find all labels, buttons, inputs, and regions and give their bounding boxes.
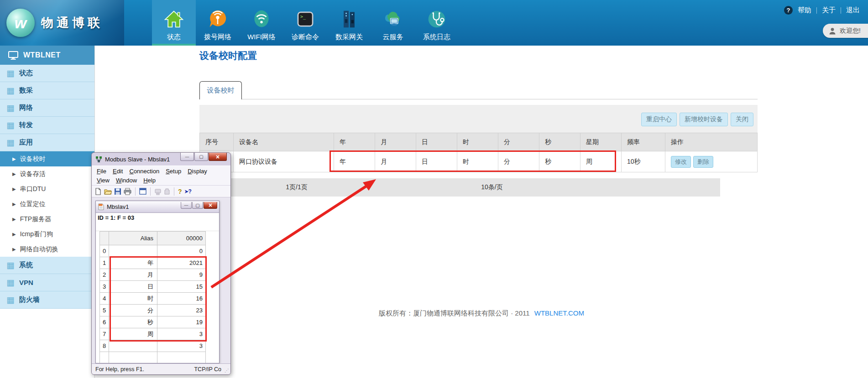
chevron-right-icon bbox=[12, 247, 16, 252]
menu-setup[interactable]: Setup bbox=[162, 167, 184, 175]
sidebar-item-status[interactable]: 状态 bbox=[0, 65, 94, 82]
sidebar-item-firewall[interactable]: 防火墙 bbox=[0, 291, 94, 309]
about-link[interactable]: 关于 bbox=[822, 6, 836, 15]
save-icon[interactable] bbox=[114, 188, 121, 195]
value-cell[interactable]: 0 bbox=[157, 245, 206, 257]
menu-connection[interactable]: Connection bbox=[126, 167, 162, 175]
menu-help[interactable]: Help bbox=[140, 176, 159, 184]
value-cell[interactable]: 15 bbox=[157, 281, 206, 293]
menu-file[interactable]: File bbox=[94, 167, 110, 175]
close-button[interactable]: 关闭 bbox=[731, 113, 753, 126]
cell-year: 年 bbox=[334, 151, 375, 172]
menu-display[interactable]: Display bbox=[184, 167, 210, 175]
help-link[interactable]: 帮助 bbox=[798, 6, 811, 15]
alias-cell[interactable]: 月 bbox=[109, 269, 157, 281]
alias-cell[interactable]: 时 bbox=[109, 293, 157, 305]
grid-row: 8 3 bbox=[100, 340, 206, 352]
child-minimize-button[interactable] bbox=[181, 202, 192, 209]
restart-center-button[interactable]: 重启中心 bbox=[641, 113, 677, 126]
alias-cell[interactable] bbox=[109, 245, 157, 257]
modbus-slave-window[interactable]: Modbus Slave - Mbslav1 File Edit Connect… bbox=[91, 152, 231, 375]
alias-cell[interactable]: 周 bbox=[109, 328, 157, 340]
value-cell[interactable]: 9 bbox=[157, 269, 206, 281]
nav-item-label: 状态 bbox=[167, 33, 181, 41]
value-cell[interactable]: 3 bbox=[157, 340, 206, 352]
sidebar-item-application[interactable]: 应用 bbox=[0, 134, 94, 151]
nav-item-cloud[interactable]: 云服务 bbox=[371, 0, 415, 46]
nav-item-diagnostic[interactable]: >_ 诊断命令 bbox=[283, 0, 327, 46]
welcome-text: 欢迎您! bbox=[840, 27, 861, 35]
help-topics-icon[interactable] bbox=[178, 188, 182, 195]
mbslav1-child-window[interactable]: Mbslav1 ID = 1: F = 03 Alias 00000 0 bbox=[95, 201, 220, 363]
sidebar-title: WTBLNET bbox=[23, 51, 61, 59]
value-cell[interactable]: 2021 bbox=[157, 257, 206, 269]
table-toolbar: 重启中心 新增校时设备 关闭 bbox=[199, 105, 758, 133]
sidebar-subitem-network-switch[interactable]: 网络自动切换 bbox=[0, 242, 94, 257]
sidebar-subitem-ftp-server[interactable]: FTP服务器 bbox=[0, 212, 94, 227]
sidebar-item-label: VPN bbox=[19, 279, 33, 286]
child-title-bar[interactable]: Mbslav1 bbox=[96, 201, 219, 213]
sidebar-item-data-acquisition[interactable]: 数采 bbox=[0, 82, 94, 99]
print-icon[interactable] bbox=[124, 188, 131, 195]
cell-month: 月 bbox=[375, 151, 416, 172]
open-file-icon[interactable] bbox=[104, 188, 112, 195]
nav-item-dialup[interactable]: 拨号网络 bbox=[196, 0, 240, 46]
display-setup-icon[interactable] bbox=[139, 188, 146, 195]
menu-view[interactable]: View bbox=[94, 176, 113, 184]
alias-cell[interactable]: 年 bbox=[109, 257, 157, 269]
value-cell[interactable]: 19 bbox=[157, 316, 206, 328]
maximize-button[interactable] bbox=[194, 153, 208, 161]
modbus-status-bar: For Help, press F1. TCP/IP Co bbox=[92, 363, 230, 374]
sidebar-subitem-device-alive[interactable]: 设备存活 bbox=[0, 166, 94, 181]
svg-text:>_: >_ bbox=[300, 14, 306, 20]
value-cell[interactable]: 3 bbox=[157, 328, 206, 340]
add-timing-device-button[interactable]: 新增校时设备 bbox=[680, 113, 728, 126]
child-close-button[interactable] bbox=[204, 202, 217, 209]
sidebar-item-system[interactable]: 系统 bbox=[0, 257, 94, 274]
sidebar-item-forwarding[interactable]: 转发 bbox=[0, 117, 94, 134]
modbus-menu-bar: File Edit Connection Setup Display View … bbox=[92, 166, 230, 186]
sidebar-subitem-serial-dtu[interactable]: 串口DTU bbox=[0, 181, 94, 197]
resize-grip[interactable] bbox=[225, 368, 229, 373]
sidebar-item-vpn[interactable]: VPN bbox=[0, 274, 94, 291]
sidebar-subitem-label: 位置定位 bbox=[20, 200, 46, 208]
logout-link[interactable]: 退出 bbox=[846, 6, 860, 15]
nav-item-wifi[interactable]: WIFI网络 bbox=[240, 0, 283, 46]
modbus-toolbar bbox=[92, 186, 230, 197]
child-maximize-button[interactable] bbox=[192, 202, 203, 209]
modbus-title-bar[interactable]: Modbus Slave - Mbslav1 bbox=[92, 153, 230, 166]
nav-item-gateway[interactable]: 数采网关 bbox=[327, 0, 371, 46]
alias-cell[interactable]: 秒 bbox=[109, 316, 157, 328]
sidebar-subitem-device-timing[interactable]: 设备校时 bbox=[0, 151, 94, 166]
top-bar: w 物通博联 状态 拨号网络 WIFI网络 >_ 诊断命令 bbox=[0, 0, 868, 46]
new-file-icon[interactable] bbox=[94, 188, 102, 195]
menu-window[interactable]: Window bbox=[113, 176, 140, 184]
stethoscope-icon bbox=[426, 9, 447, 30]
minimize-button[interactable] bbox=[180, 153, 194, 161]
nav-item-syslog[interactable]: 系统日志 bbox=[415, 0, 459, 46]
sidebar-item-label: 应用 bbox=[19, 138, 33, 147]
wtblnet-link[interactable]: WTBLNET.COM bbox=[534, 309, 584, 317]
value-cell[interactable]: 23 bbox=[157, 305, 206, 316]
sidebar-item-label: 系统 bbox=[19, 261, 33, 269]
nav-item-label: 系统日志 bbox=[423, 33, 450, 41]
sidebar-item-network[interactable]: 网络 bbox=[0, 99, 94, 117]
edit-button[interactable]: 修改 bbox=[671, 156, 691, 168]
menu-edit[interactable]: Edit bbox=[110, 167, 126, 175]
grid-value-header[interactable]: 00000 bbox=[157, 232, 206, 245]
alias-cell[interactable]: 分 bbox=[109, 305, 157, 316]
value-cell[interactable]: 16 bbox=[157, 293, 206, 305]
tab-device-timing[interactable]: 设备校时 bbox=[199, 81, 242, 99]
cell-hour: 时 bbox=[457, 151, 498, 172]
sidebar-subitem-location[interactable]: 位置定位 bbox=[0, 197, 94, 212]
alias-cell-selected[interactable] bbox=[109, 340, 157, 352]
table-grid-icon bbox=[6, 104, 15, 112]
alias-cell[interactable]: 日 bbox=[109, 281, 157, 293]
sidebar-subitem-icmp-watchdog[interactable]: Icmp看门狗 bbox=[0, 227, 94, 242]
context-help-icon[interactable] bbox=[184, 188, 191, 195]
nav-item-status[interactable]: 状态 bbox=[152, 0, 196, 46]
row-number: 4 bbox=[100, 293, 109, 305]
delete-button[interactable]: 删除 bbox=[693, 156, 713, 168]
cell-actions: 修改删除 bbox=[665, 151, 758, 172]
close-window-button[interactable] bbox=[209, 153, 227, 161]
